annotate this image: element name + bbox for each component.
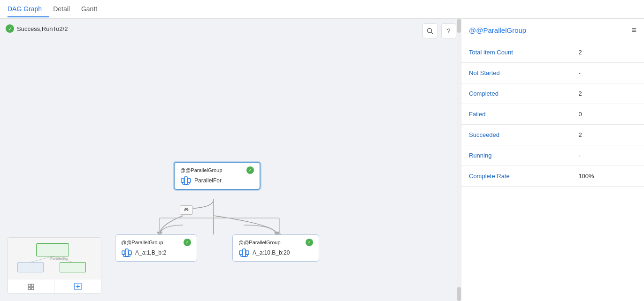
root-success-badge: ✓: [246, 166, 254, 174]
svg-rect-23: [246, 251, 249, 255]
stat-value-completed: 2: [571, 83, 644, 104]
svg-line-28: [53, 256, 73, 262]
right-success-badge: ✓: [306, 239, 313, 246]
stat-label-complete-rate: Complete Rate: [461, 166, 571, 187]
svg-line-1: [431, 32, 433, 34]
collapse-button[interactable]: [180, 205, 193, 215]
status-bar: ✓ Success,RunTo2/2: [6, 24, 68, 33]
parallel-icon: [180, 176, 192, 185]
stat-row-failed: Failed 0: [461, 104, 644, 125]
stat-label-failed: Failed: [461, 104, 571, 125]
minimap-canvas: ParallelFor: [8, 238, 101, 279]
root-node-header: @@ParallelGroup ✓: [180, 166, 254, 174]
help-icon: ?: [447, 27, 451, 35]
parallel-icon-left: [121, 248, 132, 257]
dag-scroll-thumb-bottom: [457, 287, 461, 301]
stat-value-running: -: [571, 145, 644, 166]
right-child-header: @@ParallelGroup ✓: [238, 239, 313, 246]
minimap-lines: [8, 238, 101, 279]
parallel-icon-right: [238, 248, 250, 257]
main-content: ✓ Success,RunTo2/2 ?: [0, 19, 644, 301]
right-child-body-text: A_a:10,B_b:20: [253, 249, 290, 256]
stat-label-succeeded: Succeeded: [461, 125, 571, 145]
left-child-body-text: A_a:1,B_b:2: [135, 249, 166, 256]
panel-menu-icon[interactable]: ≡: [631, 25, 636, 35]
svg-rect-32: [31, 287, 34, 290]
left-child-node[interactable]: @@ParallelGroup ✓ A_a:1,B_b:2: [115, 234, 197, 262]
stat-row-succeeded: Succeeded 2: [461, 125, 644, 145]
svg-rect-16: [125, 249, 128, 256]
svg-rect-10: [188, 179, 191, 182]
dag-scrollbar[interactable]: [457, 19, 461, 301]
root-node-body: ParallelFor: [180, 176, 254, 185]
svg-rect-30: [31, 284, 34, 286]
tabs-bar: DAG Graph Detail Gantt: [0, 0, 644, 19]
search-button[interactable]: [422, 23, 437, 38]
left-success-badge: ✓: [184, 239, 191, 246]
dag-toolbar: ?: [422, 23, 456, 38]
svg-line-27: [31, 256, 53, 262]
minimap: ParallelFor: [8, 237, 101, 293]
stat-row-running: Running -: [461, 145, 644, 166]
stat-label-running: Running: [461, 145, 571, 166]
right-panel-content: Total item Count 2 Not Started - Complet…: [461, 42, 644, 301]
dag-area: ✓ Success,RunTo2/2 ?: [0, 19, 461, 301]
stat-value-total: 2: [571, 42, 644, 63]
root-node-body-text: ParallelFor: [194, 177, 222, 184]
svg-rect-15: [122, 251, 125, 255]
stat-value-succeeded: 2: [571, 125, 644, 145]
root-node[interactable]: @@ParallelGroup ✓ ParallelFor: [174, 162, 261, 190]
stat-label-completed: Completed: [461, 83, 571, 104]
left-child-body: A_a:1,B_b:2: [121, 248, 191, 257]
help-button[interactable]: ?: [441, 23, 456, 38]
stat-value-complete-rate: 100%: [571, 166, 644, 187]
right-panel-header: @@ParallelGroup ≡: [461, 19, 644, 42]
dag-scroll-thumb: [457, 19, 461, 33]
svg-rect-22: [243, 249, 245, 256]
root-node-title: @@ParallelGroup: [180, 167, 222, 173]
success-icon: ✓: [6, 24, 14, 33]
minimap-fit-button[interactable]: [8, 279, 55, 293]
svg-rect-9: [184, 177, 187, 184]
right-panel: @@ParallelGroup ≡ Total item Count 2 Not…: [461, 19, 644, 301]
right-panel-title: @@ParallelGroup: [469, 26, 526, 34]
svg-rect-31: [28, 287, 31, 290]
stat-row-total: Total item Count 2: [461, 42, 644, 63]
svg-rect-29: [28, 284, 31, 286]
right-child-title: @@ParallelGroup: [238, 240, 281, 245]
stat-row-completed: Completed 2: [461, 83, 644, 104]
stat-value-failed: 0: [571, 104, 644, 125]
right-child-node[interactable]: @@ParallelGroup ✓ A_a:10,B_b:20: [232, 234, 319, 262]
svg-rect-21: [239, 251, 242, 255]
right-child-body: A_a:10,B_b:20: [238, 248, 313, 257]
stat-row-complete-rate: Complete Rate 100%: [461, 166, 644, 187]
stat-value-not-started: -: [571, 63, 644, 83]
stat-row-not-started: Not Started -: [461, 63, 644, 83]
tab-detail[interactable]: Detail: [53, 1, 77, 17]
tab-dag-graph[interactable]: DAG Graph: [8, 1, 49, 17]
stats-table: Total item Count 2 Not Started - Complet…: [461, 42, 644, 187]
svg-rect-17: [129, 251, 131, 255]
stat-label-not-started: Not Started: [461, 63, 571, 83]
svg-rect-8: [181, 179, 184, 182]
minimap-zoom-button[interactable]: [55, 279, 101, 293]
left-child-header: @@ParallelGroup ✓: [121, 239, 191, 246]
minimap-tools: [8, 279, 101, 293]
status-text: Success,RunTo2/2: [17, 25, 68, 32]
tab-gantt[interactable]: Gantt: [81, 1, 105, 17]
stat-label-total: Total item Count: [461, 42, 571, 63]
left-child-title: @@ParallelGroup: [121, 240, 163, 245]
